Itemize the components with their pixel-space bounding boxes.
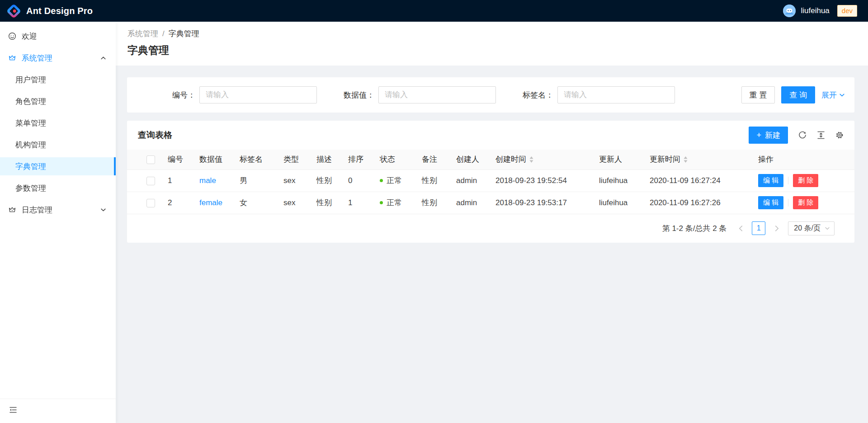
- pagination: 第 1-2 条/总共 2 条 1 20 条/页: [127, 214, 854, 243]
- menu-fold-icon: [9, 406, 17, 414]
- cell-creator: admin: [456, 169, 495, 192]
- reset-button[interactable]: 重 置: [741, 86, 775, 103]
- cell-type: sex: [283, 192, 316, 214]
- status-dot-icon: [380, 201, 383, 204]
- cell-desc: 性别: [316, 169, 348, 192]
- sidebar-item-role-mgmt[interactable]: 角色管理: [0, 92, 116, 110]
- cell-update-time: 2020-11-09 16:27:24: [650, 169, 758, 192]
- value-link[interactable]: female: [199, 198, 222, 207]
- col-creator: 创建人: [456, 150, 495, 169]
- expand-label: 展开: [821, 90, 837, 100]
- sidebar-item-user-mgmt[interactable]: 用户管理: [0, 70, 116, 89]
- new-button[interactable]: + 新建: [749, 127, 788, 144]
- gear-icon[interactable]: [835, 131, 844, 139]
- page-number-1[interactable]: 1: [752, 221, 765, 235]
- breadcrumb: 系统管理 / 字典管理: [127, 28, 854, 39]
- cell-label: 女: [240, 192, 283, 214]
- action-divider: [788, 177, 788, 184]
- app-title: Ant Design Pro: [26, 6, 93, 16]
- app-header: Ant Design Pro liufeihua dev: [0, 0, 868, 22]
- select-all-checkbox[interactable]: [146, 155, 155, 164]
- sidebar-item-label: 字典管理: [15, 161, 46, 172]
- col-type: 类型: [283, 150, 316, 169]
- sidebar-item-org-mgmt[interactable]: 机构管理: [0, 136, 116, 154]
- sidebar-item-label: 系统管理: [22, 53, 52, 63]
- create-time-sorter[interactable]: 创建时间: [495, 154, 533, 164]
- sidebar-item-label: 机构管理: [15, 140, 46, 150]
- sidebar-collapse-trigger[interactable]: [0, 399, 116, 423]
- col-create-time: 创建时间: [495, 150, 599, 169]
- update-time-sorter[interactable]: 更新时间: [650, 154, 688, 164]
- id-input[interactable]: [199, 86, 317, 103]
- chevron-down-icon: [101, 208, 106, 212]
- col-actions: 操作: [758, 150, 854, 169]
- next-page-icon[interactable]: [770, 221, 783, 235]
- app-logo[interactable]: Ant Design Pro: [6, 4, 93, 19]
- value-input[interactable]: [378, 86, 496, 103]
- form-item-tag: 标签名：: [496, 86, 675, 103]
- edit-button[interactable]: 编 辑: [758, 174, 783, 187]
- breadcrumb-system-mgmt[interactable]: 系统管理: [127, 28, 158, 39]
- page-header: 系统管理 / 字典管理 字典管理: [116, 22, 868, 66]
- form-item-value: 数据值：: [317, 86, 496, 103]
- sidebar-item-label: 日志管理: [22, 205, 52, 215]
- sidebar-item-dict-mgmt[interactable]: 字典管理: [0, 157, 116, 175]
- search-button[interactable]: 查 询: [781, 86, 815, 103]
- cell-create-time: 2018-09-23 19:53:17: [495, 192, 599, 214]
- col-sort: 排序: [348, 150, 380, 169]
- chevron-up-icon: [101, 56, 106, 60]
- user-menu[interactable]: liufeihua dev: [783, 5, 857, 17]
- cell-update-time: 2020-11-09 16:27:26: [650, 192, 758, 214]
- table-header-row: 编号 数据值 标签名 类型 描述 排序 状态 备注 创建人 创建时间: [127, 150, 854, 169]
- id-field-label: 编号：: [138, 90, 199, 100]
- delete-button[interactable]: 删 除: [793, 174, 818, 187]
- sort-carets-icon: [684, 156, 688, 163]
- expand-link[interactable]: 展开: [821, 90, 844, 100]
- crown-icon: [8, 206, 16, 214]
- action-divider: [788, 199, 788, 207]
- col-status: 状态: [380, 150, 422, 169]
- sidebar-item-menu-mgmt[interactable]: 菜单管理: [0, 114, 116, 132]
- sidebar-submenu-log[interactable]: 日志管理: [0, 201, 116, 219]
- sidebar-submenu-system[interactable]: 系统管理: [0, 49, 116, 67]
- sidebar-item-welcome[interactable]: 欢迎: [0, 27, 116, 45]
- value-link[interactable]: male: [199, 176, 216, 185]
- reload-icon[interactable]: [798, 131, 807, 139]
- column-height-icon[interactable]: [817, 131, 825, 139]
- cell-id: 1: [168, 169, 199, 192]
- sidebar-item-label: 角色管理: [15, 96, 46, 107]
- page-title: 字典管理: [127, 43, 854, 57]
- value-field-label: 数据值：: [317, 90, 378, 100]
- col-remark: 备注: [422, 150, 456, 169]
- sidebar-item-param-mgmt[interactable]: 参数管理: [0, 179, 116, 197]
- plus-icon: +: [756, 131, 761, 139]
- breadcrumb-dict-mgmt: 字典管理: [169, 28, 199, 39]
- row-checkbox[interactable]: [146, 177, 155, 185]
- breadcrumb-separator: /: [162, 29, 165, 38]
- cell-label: 男: [240, 169, 283, 192]
- sidebar-item-label: 菜单管理: [15, 118, 46, 128]
- edit-button[interactable]: 编 辑: [758, 196, 783, 209]
- dict-table: 编号 数据值 标签名 类型 描述 排序 状态 备注 创建人 创建时间: [127, 150, 854, 214]
- cell-sort: 1: [348, 192, 380, 214]
- row-checkbox[interactable]: [146, 199, 155, 207]
- sidebar-item-label: 用户管理: [15, 75, 46, 85]
- username: liufeihua: [801, 6, 829, 15]
- col-id: 编号: [168, 150, 199, 169]
- prev-page-icon[interactable]: [734, 221, 747, 235]
- cell-desc: 性别: [316, 192, 348, 214]
- tag-input[interactable]: [557, 86, 675, 103]
- delete-button[interactable]: 删 除: [793, 196, 818, 209]
- query-table-card: 查询表格 + 新建: [127, 121, 854, 243]
- cell-creator: admin: [456, 192, 495, 214]
- page-size-value: 20 条/页: [794, 224, 821, 233]
- pagination-total: 第 1-2 条/总共 2 条: [662, 223, 727, 234]
- table-row: 1 male 男 sex 性别 0 正常 性别 adm: [127, 169, 854, 192]
- ant-design-logo-icon: [6, 4, 21, 19]
- cell-id: 2: [168, 192, 199, 214]
- cell-create-time: 2018-09-23 19:52:54: [495, 169, 599, 192]
- search-form-card: 编号： 数据值： 标签名： 重 置 查 询 展开: [127, 77, 854, 113]
- page-size-select[interactable]: 20 条/页: [788, 221, 835, 235]
- cell-updater: liufeihua: [599, 169, 650, 192]
- sidebar-item-label: 参数管理: [15, 183, 46, 193]
